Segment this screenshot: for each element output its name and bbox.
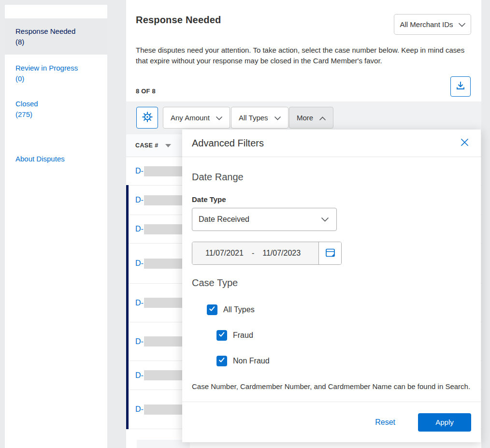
redacted-case-number [144, 195, 185, 205]
checkbox-label: Non Fraud [233, 357, 270, 365]
results-count: 8 OF 8 [136, 87, 156, 95]
redacted-case-number [144, 370, 185, 380]
checkbox-row-non-fraud: Non Fraud [216, 356, 471, 366]
sidebar-item-review-in-progress[interactable]: Review in Progress (0) [15, 63, 78, 84]
redacted-case-number [144, 298, 185, 308]
case-type-heading: Case Type [192, 277, 471, 289]
sidebar-item-about-disputes[interactable]: About Disputes [15, 154, 65, 164]
checkmark-icon [218, 357, 225, 365]
case-number-link[interactable]: D- [135, 337, 144, 346]
checkbox-row-fraud: Fraud [216, 330, 471, 341]
case-number-link[interactable]: D- [135, 225, 144, 233]
page-description: These disputes need your attention. To t… [136, 45, 472, 66]
sidebar-item-count: (275) [15, 109, 38, 120]
checkmark-icon [209, 305, 216, 314]
calendar-icon [325, 247, 336, 260]
more-filters-label: More [297, 114, 313, 122]
advanced-filters-header: Advanced Filters [182, 130, 481, 157]
redacted-case-number [144, 259, 185, 269]
sidebar-item-label: Response Needed [15, 26, 107, 37]
merchant-id-dropdown-value: All Merchant IDs [400, 20, 453, 29]
download-button[interactable] [450, 76, 471, 97]
sort-descending-icon[interactable] [165, 144, 171, 147]
case-number-link[interactable]: D- [135, 167, 144, 175]
close-icon [460, 138, 469, 149]
reset-button[interactable]: Reset [375, 418, 395, 427]
date-to-value: 11/07/2023 [262, 249, 301, 258]
checkbox-label: All Types [223, 305, 255, 314]
case-number-link[interactable]: D- [135, 196, 144, 204]
case-number-column-header[interactable]: CASE # [135, 142, 159, 149]
date-type-select[interactable]: Date Received [192, 208, 337, 231]
date-range-input[interactable]: 11/07/2021 - 11/07/2023 [192, 242, 318, 264]
more-filters-dropdown[interactable]: More [289, 107, 333, 129]
merchant-id-dropdown[interactable]: All Merchant IDs [394, 14, 471, 35]
date-range-field: 11/07/2021 - 11/07/2023 [192, 242, 342, 265]
redacted-case-number [144, 224, 185, 234]
chevron-down-icon [459, 20, 465, 29]
checkmark-icon [218, 331, 225, 340]
date-from-value: 11/07/2021 [205, 249, 244, 258]
case-number-link[interactable]: D- [135, 259, 144, 268]
filter-settings-button[interactable] [136, 107, 158, 129]
sidebar-item-label: Closed [15, 99, 38, 109]
amount-filter-dropdown[interactable]: Any Amount [163, 107, 230, 129]
redacted-case-number [144, 405, 185, 415]
page-title: Response Needed [136, 14, 221, 26]
chevron-down-icon [216, 114, 222, 122]
fraud-checkbox[interactable] [216, 330, 227, 341]
download-icon [455, 80, 466, 93]
date-type-label: Date Type [192, 195, 471, 203]
amount-filter-value: Any Amount [171, 114, 210, 122]
chevron-down-icon [274, 114, 281, 122]
redacted-case-number [144, 336, 185, 347]
sidebar-item-count: (8) [15, 37, 107, 47]
advanced-filters-body: Date Range Date Type Date Received 11/07… [182, 157, 481, 390]
case-number-link[interactable]: D- [135, 371, 144, 380]
types-filter-value: All Types [239, 114, 268, 122]
checkbox-row-all-types: All Types [207, 304, 471, 315]
date-type-value: Date Received [199, 215, 249, 224]
all-types-checkbox[interactable] [207, 304, 217, 315]
date-range-heading: Date Range [192, 172, 471, 183]
gear-icon [141, 111, 154, 125]
chevron-up-icon [319, 114, 326, 122]
chevron-down-icon [321, 215, 329, 224]
case-number-link[interactable]: D- [135, 299, 144, 307]
close-panel-button[interactable] [460, 138, 469, 149]
checkbox-label: Fraud [233, 331, 253, 340]
advanced-filters-footer: Reset Apply [182, 402, 481, 442]
non-fraud-checkbox[interactable] [216, 356, 227, 366]
sidebar-item-label: Review in Progress [15, 63, 78, 73]
sidebar-item-closed[interactable]: Closed (275) [15, 99, 38, 120]
sidebar-item-count: (0) [15, 73, 78, 84]
search-hint-note: Case Number, Cardmember Number, and Card… [192, 382, 471, 390]
advanced-filters-title: Advanced Filters [192, 138, 264, 149]
sidebar: Response Needed (8) Review in Progress (… [5, 5, 107, 448]
advanced-filters-panel: Advanced Filters Date Range Date Type Da… [182, 130, 481, 442]
date-separator: - [252, 249, 254, 258]
calendar-picker-button[interactable] [318, 242, 341, 264]
apply-button[interactable]: Apply [418, 413, 471, 432]
types-filter-dropdown[interactable]: All Types [231, 107, 288, 129]
sidebar-item-label: About Disputes [15, 154, 65, 164]
sidebar-item-response-needed[interactable]: Response Needed (8) [5, 18, 107, 55]
case-number-link[interactable]: D- [135, 405, 144, 414]
redacted-case-number [144, 166, 185, 176]
